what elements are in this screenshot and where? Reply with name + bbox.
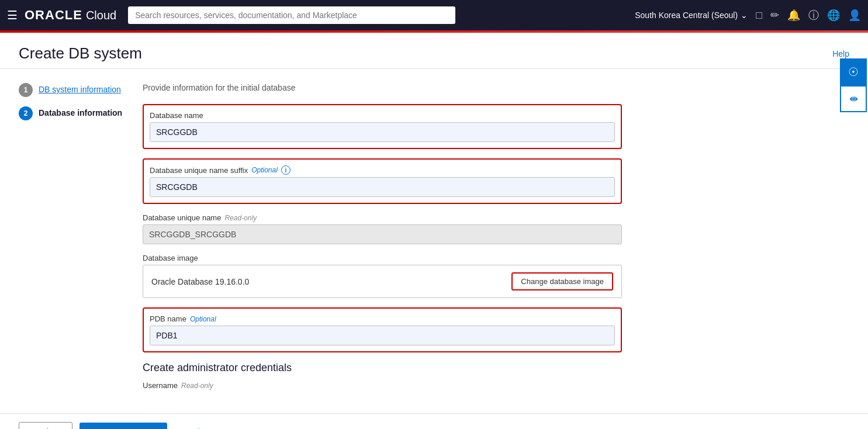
- db-image-label: Database image: [143, 254, 622, 262]
- database-name-input[interactable]: [150, 122, 615, 142]
- create-db-system-button[interactable]: Create DB system: [79, 423, 167, 429]
- username-group: Username Read-only: [143, 381, 622, 390]
- help-icon[interactable]: ⓘ: [808, 8, 819, 22]
- user-icon[interactable]: 👤: [848, 9, 861, 22]
- username-label: Username Read-only: [143, 381, 622, 390]
- step-1-label[interactable]: DB system information: [39, 83, 121, 94]
- db-image-section: Oracle Database 19.16.0.0 Change databas…: [143, 265, 622, 298]
- info-icon[interactable]: i: [281, 165, 291, 175]
- bottom-bar: Previous Create DB system Cancel: [0, 413, 868, 429]
- oracle-logo: ORACLE Cloud: [25, 8, 116, 23]
- page-header: Create DB system Help: [0, 33, 868, 69]
- page-container: Create DB system Help 1 DB system inform…: [0, 33, 868, 429]
- step-1[interactable]: 1 DB system information: [19, 83, 124, 97]
- step-1-circle: 1: [19, 83, 33, 97]
- top-navigation: ☰ ORACLE Cloud South Korea Central (Seou…: [0, 0, 868, 30]
- username-read-only-tag: Read-only: [181, 382, 213, 390]
- database-name-section: Database name: [143, 104, 622, 149]
- pdb-optional-tag: Optional: [190, 315, 216, 323]
- pdb-name-label: PDB name Optional: [150, 314, 615, 323]
- search-input[interactable]: [128, 6, 455, 24]
- db-unique-suffix-input[interactable]: [150, 177, 615, 197]
- step-2-label: Database information: [39, 106, 122, 117]
- lifebuoy-icon: ☉: [848, 65, 859, 79]
- help-panel-grid-button[interactable]: ⇼: [840, 85, 867, 112]
- optional-tag: Optional: [251, 166, 278, 174]
- cloud-text: Cloud: [86, 9, 116, 22]
- page-title: Create DB system: [19, 44, 142, 63]
- read-only-tag: Read-only: [224, 214, 257, 222]
- chevron-down-icon: ⌄: [741, 11, 748, 20]
- help-panel-lifebuoy-button[interactable]: ☉: [840, 58, 867, 85]
- credentials-title: Create administrator credentials: [143, 362, 622, 374]
- db-unique-suffix-group: Database unique name suffix Optional i: [150, 165, 615, 197]
- pdb-name-group: PDB name Optional: [150, 314, 615, 345]
- pdb-name-section: PDB name Optional: [143, 307, 622, 352]
- change-database-image-button[interactable]: Change database image: [511, 272, 613, 290]
- globe-icon[interactable]: 🌐: [827, 9, 840, 22]
- section-intro: Provide information for the initial data…: [143, 83, 622, 92]
- nav-right: South Korea Central (Seoul) ⌄ □ ✏ 🔔 ⓘ 🌐 …: [635, 8, 861, 22]
- region-label: South Korea Central (Seoul): [635, 11, 738, 20]
- steps-sidebar: 1 DB system information 2 Database infor…: [19, 83, 124, 399]
- previous-button[interactable]: Previous: [19, 422, 72, 429]
- terminal-icon[interactable]: □: [756, 9, 762, 22]
- pdb-name-input[interactable]: [150, 326, 615, 345]
- main-content: 1 DB system information 2 Database infor…: [0, 69, 868, 413]
- bell-icon[interactable]: 🔔: [787, 9, 800, 22]
- db-unique-name-label: Database unique name Read-only: [143, 213, 622, 222]
- form-area: Provide information for the initial data…: [143, 83, 622, 399]
- db-image-group: Database image Oracle Database 19.16.0.0…: [143, 254, 622, 298]
- edit-icon[interactable]: ✏: [770, 9, 779, 22]
- hamburger-menu[interactable]: ☰: [7, 8, 18, 22]
- step-2: 2 Database information: [19, 106, 124, 120]
- grid-icon: ⇼: [849, 92, 858, 105]
- database-name-group: Database name: [150, 111, 615, 142]
- db-unique-suffix-section: Database unique name suffix Optional i: [143, 158, 622, 204]
- region-selector[interactable]: South Korea Central (Seoul) ⌄: [635, 11, 748, 20]
- db-image-value: Oracle Database 19.16.0.0: [151, 277, 249, 286]
- step-2-circle: 2: [19, 106, 33, 120]
- db-unique-suffix-label: Database unique name suffix Optional i: [150, 165, 615, 175]
- db-unique-name-group: Database unique name Read-only: [143, 213, 622, 244]
- db-unique-name-input: [143, 224, 622, 244]
- oracle-text: ORACLE: [25, 8, 82, 23]
- database-name-label: Database name: [150, 111, 615, 120]
- help-link[interactable]: Help: [832, 49, 849, 58]
- help-panel: ☉ ⇼: [839, 58, 868, 112]
